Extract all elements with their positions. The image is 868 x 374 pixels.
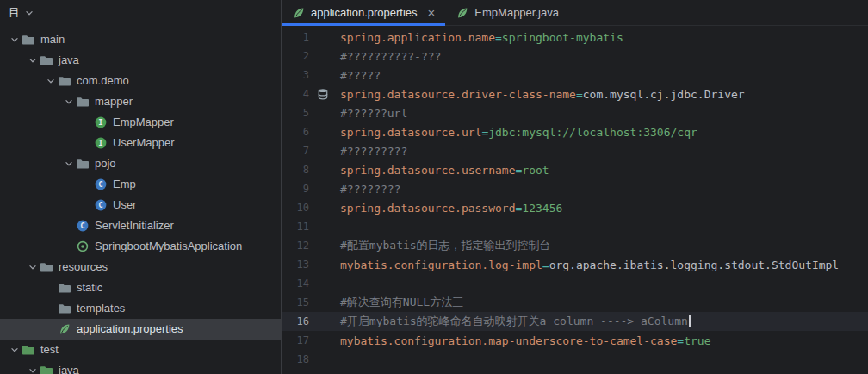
code-line-8[interactable]: 8spring.datasource.username=root [282, 160, 868, 179]
code-segment-comment: #??????url [340, 107, 407, 120]
tree-item-springbootmybatisapplication[interactable]: SpringbootMybatisApplication [0, 236, 281, 257]
line-number: 18 [282, 353, 309, 365]
gutter: 17 [282, 333, 335, 347]
database-icon[interactable] [314, 87, 332, 101]
tree-item-resources[interactable]: resources [0, 257, 281, 277]
gutter: 12 [282, 239, 335, 252]
gutter-icon-slot [314, 125, 332, 139]
code-line-11[interactable]: 11 [282, 217, 868, 236]
chevron-down-icon[interactable] [22, 6, 36, 20]
line-number: 14 [282, 277, 309, 290]
code-line-2[interactable]: 2#??????????-??? [282, 47, 868, 65]
gutter: 10 [282, 201, 335, 215]
project-panel-header[interactable]: 目 [0, 0, 281, 26]
tree-item-label: main [40, 33, 65, 47]
code-line-4[interactable]: 4spring.datasource.driver-class-name=com… [282, 84, 868, 103]
code-line-9[interactable]: 9#???????? [282, 179, 868, 198]
code-line-3[interactable]: 3#????? [282, 65, 868, 84]
tree-item-static[interactable]: static [0, 277, 281, 298]
gutter: 18 [282, 352, 335, 366]
code-text: spring.datasource.password=123456 [340, 202, 562, 215]
code-area[interactable]: 1spring.application.name=springboot-myba… [282, 26, 868, 374]
code-segment-key: spring.datasource.url [340, 126, 481, 139]
chevron-down-icon[interactable] [25, 260, 40, 274]
class-icon: C [94, 198, 108, 212]
tree-item-application-properties[interactable]: application.properties [0, 319, 281, 340]
code-segment-eq: = [576, 88, 583, 101]
gutter-icon-slot [314, 220, 332, 234]
code-segment-eq: = [677, 334, 684, 347]
test-folder-icon [22, 343, 35, 357]
chevron-down-icon[interactable] [61, 95, 76, 109]
code-line-17[interactable]: 17mybatis.configuration.map-underscore-t… [282, 331, 868, 350]
chevron-down-icon[interactable] [25, 53, 40, 67]
chevron-down-icon[interactable] [43, 74, 58, 88]
code-line-1[interactable]: 1spring.application.name=springboot-myba… [282, 28, 868, 47]
gutter: 16 [282, 315, 335, 328]
code-text: mybatis.configuration.map-underscore-to-… [340, 334, 710, 347]
code-line-5[interactable]: 5#??????url [282, 103, 868, 122]
tree-item-usermapper[interactable]: IUserMapper [0, 133, 281, 153]
chevron-spacer [43, 322, 58, 336]
tree-item-empmapper[interactable]: IEmpMapper [0, 112, 281, 133]
code-text: #解决查询有NULL方法三 [340, 295, 463, 310]
code-line-13[interactable]: 13mybatis.configuration.log-impl=org.apa… [282, 255, 868, 274]
code-segment-value: 123456 [522, 202, 562, 215]
gutter: 5 [282, 106, 335, 120]
code-segment-comment: #????????? [340, 145, 407, 158]
tree-item-com-demo[interactable]: com.demo [0, 71, 281, 91]
tree-item-label: SpringbootMybatisApplication [95, 240, 242, 253]
line-number: 4 [282, 88, 309, 100]
code-line-6[interactable]: 6spring.datasource.url=jdbc:mysql://loca… [282, 122, 868, 141]
code-line-15[interactable]: 15#解决查询有NULL方法三 [282, 293, 868, 312]
chevron-down-icon[interactable] [61, 157, 76, 171]
tree-item-user[interactable]: CUser [0, 195, 281, 215]
line-number: 12 [282, 240, 309, 252]
code-line-10[interactable]: 10spring.datasource.password=123456 [282, 198, 868, 217]
code-text: spring.datasource.driver-class-name=com.… [340, 88, 745, 101]
code-segment-key: spring.datasource.password [340, 202, 516, 215]
code-segment-comment: #????? [340, 69, 381, 82]
code-segment-value: true [684, 334, 710, 347]
code-line-18[interactable]: 18 [282, 350, 868, 369]
tree-item-servletinitializer[interactable]: CServletInitializer [0, 215, 281, 236]
tree-item-templates[interactable]: templates [0, 298, 281, 319]
spring-leaf-icon [292, 6, 306, 20]
tree-item-pojo[interactable]: pojo [0, 153, 281, 174]
gutter-icon-slot [314, 352, 332, 366]
code-segment-classref: com.mysql.cj.jdbc.Driver [583, 88, 745, 101]
code-line-12[interactable]: 12#配置mybatis的日志，指定输出到控制台 [282, 236, 868, 255]
line-number: 15 [282, 296, 309, 309]
tree-item-emp[interactable]: CEmp [0, 174, 281, 195]
close-icon[interactable]: × [428, 6, 436, 19]
folder-icon [58, 281, 71, 295]
code-line-16[interactable]: 16#开启mybatis的驼峰命名自动映射开关a_column ----> aC… [282, 312, 868, 331]
tree-item-java[interactable]: java [0, 360, 281, 374]
code-text: spring.datasource.username=root [340, 164, 549, 177]
chevron-down-icon[interactable] [7, 33, 22, 47]
project-panel-title: 目 [9, 5, 20, 21]
code-text: #???????? [340, 183, 400, 196]
chevron-down-icon[interactable] [7, 343, 22, 357]
chevron-spacer [79, 136, 94, 150]
code-segment-key: spring.datasource.driver-class-name [340, 88, 576, 101]
tab-application-properties[interactable]: application.properties× [282, 0, 445, 25]
gutter-icon-slot [314, 258, 332, 271]
tree-item-label: EmpMapper [113, 115, 174, 129]
gutter: 3 [282, 68, 335, 82]
class-icon: C [76, 219, 90, 233]
tree-item-label: UserMapper [113, 136, 175, 150]
gutter-icon-slot [314, 106, 332, 120]
tree-item-label: pojo [95, 157, 116, 171]
tree-item-label: mapper [95, 95, 133, 109]
tree-item-main[interactable]: main [0, 29, 281, 50]
tree-item-java[interactable]: java [0, 50, 281, 71]
code-line-7[interactable]: 7#????????? [282, 141, 868, 160]
tree-item-test[interactable]: test [0, 340, 281, 360]
chevron-down-icon[interactable] [25, 364, 40, 374]
tab-empmapper-java[interactable]: EmpMapper.java [445, 0, 569, 25]
tree-item-mapper[interactable]: mapper [0, 91, 281, 112]
code-line-14[interactable]: 14 [282, 274, 868, 293]
gutter: 15 [282, 296, 335, 309]
tree-item-label: static [77, 281, 102, 295]
